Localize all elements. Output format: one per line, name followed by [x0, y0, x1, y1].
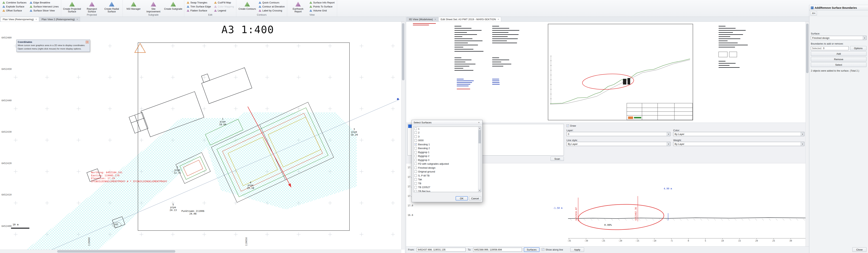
- to-input[interactable]: [473, 248, 522, 252]
- tab-close-icon[interactable]: [498, 18, 499, 21]
- line-style-combo[interactable]: By Layer: [566, 142, 671, 146]
- surface-checkbox[interactable]: [414, 147, 417, 149]
- points-to-surface-button[interactable]: Points To Surface: [308, 5, 336, 8]
- dialog-close-icon[interactable]: [476, 121, 482, 124]
- cut-fill-map-button[interactable]: Cut/Fill Map: [213, 1, 235, 4]
- apply-button[interactable]: Apply: [570, 248, 584, 252]
- close-button[interactable]: Close: [852, 247, 866, 252]
- surface-checkbox[interactable]: [414, 186, 417, 188]
- surface-checkbox[interactable]: [414, 128, 417, 130]
- tab-3d-view-modelview[interactable]: 3D View (Modelview): [407, 17, 438, 22]
- cancel-button[interactable]: Cancel: [469, 196, 481, 201]
- volume-grid-button[interactable]: Volume Grid: [308, 8, 336, 12]
- surface-list-item[interactable]: TB 220527: [413, 185, 481, 189]
- edge-breakline-button[interactable]: Edge Breakline: [28, 1, 60, 4]
- reproject-surface-button[interactable]: Reproject Surface: [82, 1, 101, 13]
- explode-surface-button[interactable]: Explode Surface: [1, 5, 28, 8]
- swap-triangles-button[interactable]: Swap Triangles: [185, 1, 212, 4]
- scroll-down-icon[interactable]: ▼: [478, 189, 481, 192]
- weight-combo[interactable]: By Layer: [673, 142, 804, 146]
- surface-list-item[interactable]: TB: [413, 181, 481, 185]
- surface-list-item[interactable]: Byggrop 1: [413, 150, 481, 154]
- surface-list-item[interactable]: S, P till TB: [413, 174, 481, 178]
- surface-checkbox[interactable]: [414, 131, 417, 134]
- site-improvement-button[interactable]: Site Improvement: [144, 1, 163, 13]
- plan-vertical-scrollbar[interactable]: [401, 22, 405, 250]
- surface-checkbox[interactable]: [414, 170, 417, 173]
- legend-button[interactable]: Legend: [213, 8, 235, 12]
- scan-button[interactable]: Scan: [551, 157, 564, 161]
- tooltip-close-icon[interactable]: [86, 41, 89, 43]
- flatten-surface-button[interactable]: Flatten Surface: [185, 8, 212, 12]
- surface-checkbox[interactable]: [414, 162, 417, 165]
- plan-view-canvas[interactable]: A3 1:400 6452460645245064524406452430645…: [0, 22, 401, 250]
- earthwork-report-button[interactable]: Earthwork Report: [288, 1, 308, 13]
- scroll-up-icon[interactable]: ▲: [478, 127, 481, 130]
- layer-combo[interactable]: 0: [566, 132, 671, 136]
- surface-list-item[interactable]: Byggrop 2: [413, 154, 481, 158]
- show-along-line-checkbox[interactable]: [542, 248, 544, 251]
- surface-list-item[interactable]: Bassäng 2: [413, 146, 481, 150]
- surface-list-item[interactable]: Tak: [413, 178, 481, 182]
- chevron-down-icon[interactable]: [863, 36, 866, 40]
- surface-checkbox[interactable]: [414, 159, 417, 161]
- create-contours-button[interactable]: Create Contours: [238, 1, 257, 13]
- panel-options-menu-button[interactable]: ⊞: [810, 11, 817, 15]
- surface-checkbox[interactable]: [414, 139, 417, 142]
- surface-checkbox[interactable]: [414, 178, 417, 181]
- surface-checkbox[interactable]: [414, 155, 417, 157]
- surface-list-item[interactable]: FD with subgrades adjusted: [413, 162, 481, 166]
- surface-intersect-lines-button[interactable]: Surface Intersect Lines: [28, 5, 60, 8]
- add-button[interactable]: Add: [811, 51, 866, 56]
- tab-close-icon[interactable]: [76, 18, 78, 21]
- surface-slicer-view-button[interactable]: Surface Slicer View: [28, 8, 60, 12]
- surface-list-item[interactable]: 1: [413, 127, 481, 131]
- surface-list-item[interactable]: 0000: [413, 139, 481, 143]
- sheet-vertical-scrollbar[interactable]: [806, 22, 809, 246]
- dialog-scroll-thumb[interactable]: [478, 130, 481, 143]
- surfaces-button[interactable]: Surfaces: [524, 248, 539, 252]
- surface-checkbox[interactable]: [414, 182, 417, 185]
- tab-plan-view-2-retensjonering[interactable]: Plan View 2 (Retensjonering): [39, 17, 80, 22]
- trim-surface-edge-button[interactable]: Trim Surface Edge: [185, 5, 212, 8]
- surface-checkbox[interactable]: [414, 190, 417, 192]
- create-radial-surface-button[interactable]: Create Radial Surface: [102, 1, 121, 13]
- surface-checkbox[interactable]: [414, 135, 417, 138]
- combine-surfaces-button[interactable]: Combine Surfaces: [1, 1, 28, 4]
- surface-list-item[interactable]: Bassäng 1: [413, 142, 481, 146]
- chevron-down-icon[interactable]: [667, 142, 670, 146]
- remove-button[interactable]: Remove: [811, 57, 866, 62]
- plan-horizontal-scrollbar[interactable]: [0, 250, 401, 253]
- surface-checkbox-list[interactable]: 1230000Bassäng 1Bassäng 2Byggrop 1Byggro…: [413, 126, 481, 192]
- dialog-list-scrollbar[interactable]: ▲ ▼: [478, 127, 481, 192]
- surface-checkbox[interactable]: [414, 143, 417, 146]
- create-projected-surface-button[interactable]: Create Projected Surface: [62, 1, 82, 13]
- nsi-manager-button[interactable]: NSI Manager: [124, 1, 143, 13]
- contour-at-elevation-button[interactable]: Contour at Elevation: [257, 5, 286, 8]
- quick-contours-button[interactable]: Quick Contours: [257, 1, 286, 4]
- surface-checkbox[interactable]: [414, 174, 417, 177]
- sheet-preview[interactable]: [406, 22, 809, 122]
- ok-button[interactable]: OK: [456, 196, 468, 201]
- surface-list-item[interactable]: TB Bet hus: [413, 189, 481, 192]
- color-mapping-button[interactable]: Color Mapping: [213, 5, 235, 8]
- plan-vertical-scroll-thumb[interactable]: [402, 23, 404, 80]
- plan-horizontal-scroll-thumb[interactable]: [57, 250, 175, 253]
- label-by-crossing-button[interactable]: Label by Crossing: [257, 8, 286, 12]
- dialog-titlebar[interactable]: Select Surfaces: [412, 120, 482, 125]
- color-combo[interactable]: By Layer: [673, 132, 804, 136]
- chevron-down-icon[interactable]: [801, 142, 804, 146]
- surface-list-item[interactable]: 3: [413, 135, 481, 139]
- surface-checkbox[interactable]: [414, 167, 417, 169]
- sheet-vertical-scroll-thumb[interactable]: [806, 24, 809, 73]
- surface-combo[interactable]: Finished design: [811, 36, 866, 40]
- surface-list-item[interactable]: 2: [413, 131, 481, 135]
- options-button[interactable]: Options: [850, 46, 866, 50]
- tab-edit-sheet-set-a3-pmt-2019-mars-sektion[interactable]: Edit Sheet Set: A3 PMT 2019 - MARS-SEKTI…: [438, 17, 501, 22]
- create-subgrade-button[interactable]: Create Subgrade: [163, 1, 183, 13]
- tab-plan-view-retensjonering[interactable]: Plan View (Retensjonering): [1, 17, 39, 22]
- from-input[interactable]: [417, 248, 466, 252]
- draw-checkbox[interactable]: [566, 124, 569, 127]
- tab-close-icon[interactable]: [35, 18, 37, 21]
- chevron-down-icon[interactable]: [667, 132, 670, 136]
